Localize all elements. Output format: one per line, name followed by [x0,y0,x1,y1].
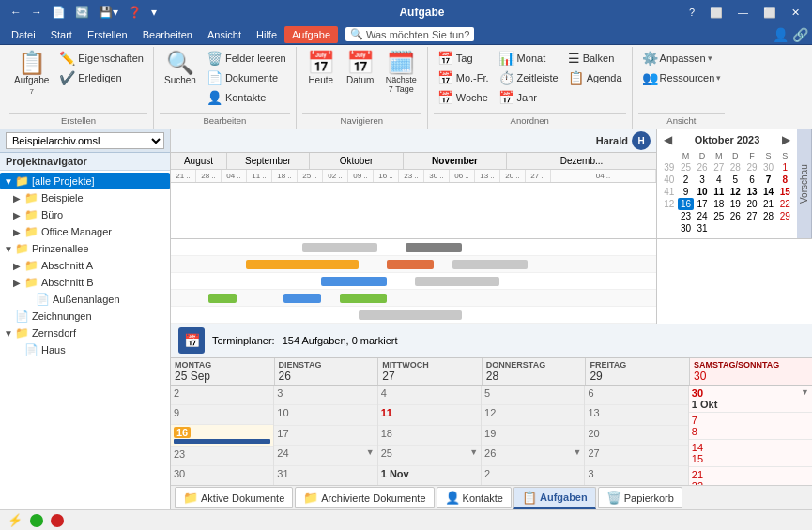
cal-cell-wed-5[interactable]: 1 Nov [378,466,481,485]
tree-item-aussenanlagen[interactable]: 📄 Außenanlagen [0,291,170,308]
cal-day-27-sep[interactable]: 27 [711,161,728,174]
cal-cell-fri-5[interactable]: 3 [585,466,687,485]
cal-day-29-sep[interactable]: 29 [743,161,760,174]
jahr-btn[interactable]: 📅 Jahr [495,88,562,107]
cal-day-6[interactable]: 6 [743,174,760,186]
cal-day-28-sep[interactable]: 28 [728,161,744,174]
close-btn[interactable]: ✕ [787,5,804,21]
suchen-large-btn[interactable]: 🔍 Suchen [160,49,201,88]
cal-cell-thu-2[interactable]: 12 [482,405,584,425]
cal-cell-wed-2[interactable]: 11 [378,405,481,425]
cal-cell-tue-4[interactable]: 24 ▼ [274,446,376,465]
cal-cell-fri-4[interactable]: 27 [585,446,687,465]
alle-toggle[interactable]: ▼ [4,176,15,187]
abschnittb-toggle[interactable]: ▶ [13,278,24,288]
cal-cell-fri-3[interactable]: 20 [585,426,687,446]
aufgabe-large-btn[interactable]: 📋 Aufgabe7 [9,49,54,98]
cal-cell-sat-0[interactable]: 30 ▼ 1 Okt [689,386,812,413]
naechste-btn[interactable]: 🗓️ Nächste7 Tage [381,49,421,97]
cal-cell-tue-1[interactable]: 3 [274,386,376,405]
balken-btn[interactable]: ☰ Balken [564,49,626,68]
dropdown-tue-4[interactable]: ▼ [366,447,375,457]
cal-day-26-sep[interactable]: 26 [694,161,711,174]
dokumente-btn[interactable]: 📄 Dokumente [203,68,290,87]
tree-item-abschnitt-b[interactable]: ▶ 📁 Abschnitt B [0,274,170,291]
profile-icon[interactable]: 👤 [773,27,789,42]
cal-cell-tue-2[interactable]: 10 [274,405,376,425]
menu-bearbeiten[interactable]: Bearbeiten [135,26,200,43]
tab-aktive-dokumente[interactable]: 📁 Aktive Dokumente [175,487,293,508]
kontakte-btn[interactable]: 👤 Kontakte [203,88,290,107]
tab-archivierte-dokumente[interactable]: 📁 Archivierte Dokumente [295,487,434,508]
tree-item-office[interactable]: ▶ 📁 Office Manager [0,223,170,240]
tree-item-haus[interactable]: 📄 Haus [0,341,170,358]
cal-cell-thu-4[interactable]: 26 ▼ [482,446,584,465]
cal-day-28[interactable]: 28 [760,210,777,222]
cal-day-9[interactable]: 9 [678,186,695,198]
cal-cell-thu-1[interactable]: 5 [482,386,584,405]
archive-select[interactable]: Beispielarchiv.omsl [6,132,164,149]
cal-day-19[interactable]: 19 [728,198,744,210]
cal-day-3[interactable]: 3 [694,174,711,186]
cal-day-15[interactable]: 15 [776,186,793,198]
menu-start[interactable]: Start [43,26,80,43]
tree-item-alle-projekte[interactable]: ▼ 📁 [alle Projekte] [0,173,170,189]
buero-toggle[interactable]: ▶ [13,210,24,220]
monat-btn[interactable]: 📊 Monat [495,49,562,68]
vorschau-panel[interactable]: Vorschau [797,129,812,238]
abschnitta-toggle[interactable]: ▶ [13,261,24,271]
cal-day-23[interactable]: 23 [678,210,695,222]
felder-leeren-btn[interactable]: 🗑️ Felder leeren [203,49,290,68]
cal-day-13[interactable]: 13 [743,186,760,198]
customize-icon[interactable]: ▾ [148,5,160,20]
file-icon[interactable]: 📄 [49,5,69,20]
tree-item-zernsdorf[interactable]: ▼ 📁 Zernsdorf [0,325,170,341]
eigenschaften-btn[interactable]: ✏️ Eigenschaften [55,49,147,68]
menu-hilfe[interactable]: Hilfe [249,26,284,43]
cal-day-22[interactable]: 22 [776,198,793,210]
menu-aufgabe[interactable]: Aufgabe [284,26,338,43]
cal-day-29[interactable]: 29 [776,210,793,222]
dropdown-thu-4[interactable]: ▼ [574,447,582,457]
cal-day-25-sep[interactable]: 25 [678,161,695,174]
cal-cell-mon-5[interactable]: 30 [171,466,273,485]
menu-erstellen[interactable]: Erstellen [80,26,135,43]
maximize-btn[interactable]: ⬜ [758,5,781,21]
dropdown-sat-0[interactable]: ▼ [801,387,809,397]
cal-day-21[interactable]: 21 [760,198,777,210]
cal-cell-wed-3[interactable]: 18 [378,426,481,446]
cal-day-31[interactable]: 31 [694,222,711,235]
ressourcen-btn[interactable]: 👥 Ressourcen [638,68,726,87]
forward-icon[interactable]: → [28,5,45,20]
mofr-btn[interactable]: 📅 Mo.-Fr. [434,68,493,87]
tab-kontakte[interactable]: 👤 Kontakte [437,487,512,508]
office-toggle[interactable]: ▶ [13,227,24,237]
cal-day-27[interactable]: 27 [743,210,760,222]
cal-day-4[interactable]: 4 [711,174,728,186]
prinzen-toggle[interactable]: ▼ [4,244,15,254]
cal-day-30[interactable]: 30 [678,222,695,235]
cal-cell-mon-2[interactable]: 9 [171,405,273,425]
cal-day-7[interactable]: 7 [760,174,777,186]
cal-cell-tue-3[interactable]: 17 [274,426,376,446]
tree-item-beispiele[interactable]: ▶ 📁 Beispiele [0,189,170,206]
save-icon[interactable]: 💾▾ [96,5,121,20]
tab-aufgaben[interactable]: 📋 Aufgaben [513,487,596,509]
cal-cell-fri-1[interactable]: 6 [585,386,687,405]
anpassen-btn[interactable]: ⚙️ Anpassen [638,49,726,68]
cal-cell-sat-1[interactable]: 7 8 [689,413,812,440]
cal-day-17[interactable]: 17 [694,198,711,210]
tree-item-prinzenallee[interactable]: ▼ 📁 Prinzenallee [0,240,170,257]
share-icon[interactable]: 🔗 [792,27,808,42]
cal-day-12[interactable]: 12 [728,186,744,198]
cal-day-18[interactable]: 18 [711,198,728,210]
tree-item-abschnitt-a[interactable]: ▶ 📁 Abschnitt A [0,257,170,274]
menu-datei[interactable]: Datei [4,26,43,43]
cal-day-30-sep[interactable]: 30 [760,161,777,174]
beispiele-toggle[interactable]: ▶ [13,193,24,204]
cal-day-24[interactable]: 24 [694,210,711,222]
cal-cell-sat-3[interactable]: 21 22 [689,467,812,485]
erledigen-btn[interactable]: ✔️ Erledigen [55,68,147,87]
zernsdorf-toggle[interactable]: ▼ [4,328,15,339]
cal-day-20[interactable]: 20 [743,198,760,210]
